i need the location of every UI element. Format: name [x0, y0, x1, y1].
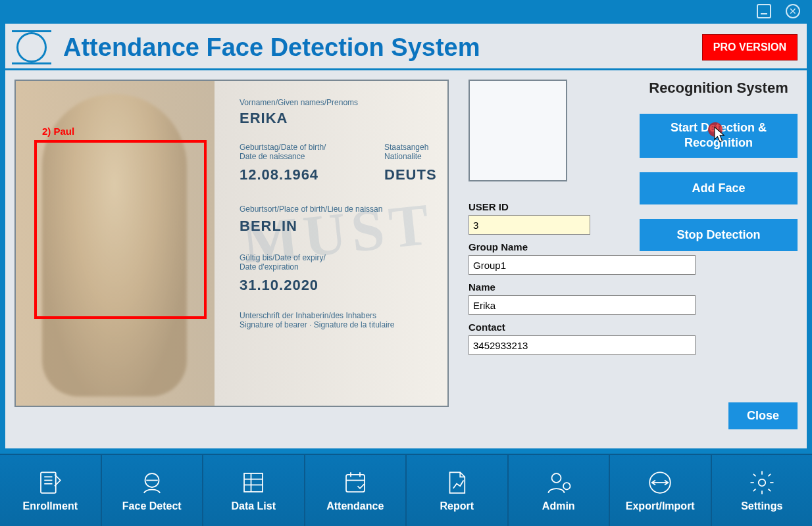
- svg-point-15: [563, 483, 571, 490]
- bottom-nav: Enrollment Face Detect Data List Attenda…: [0, 454, 812, 526]
- admin-icon: [545, 469, 572, 496]
- nav-report[interactable]: Report: [407, 455, 509, 526]
- svg-rect-6: [244, 473, 263, 492]
- export-import-icon: [646, 469, 674, 496]
- id-exp-value: 31.10.2020: [240, 277, 318, 294]
- face-detection-label: 2) Paul: [42, 126, 74, 137]
- recognition-title: Recognition System: [640, 80, 798, 97]
- svg-point-14: [551, 473, 561, 483]
- user-id-label: USER ID: [469, 201, 620, 212]
- enrollment-icon: [36, 469, 64, 496]
- nav-attendance-label: Attendance: [326, 500, 384, 512]
- id-dob-label: Geburtstag/Date of birth/ Date de naissa…: [240, 143, 326, 161]
- svg-rect-0: [41, 472, 56, 493]
- id-watermark: MUST: [239, 189, 437, 277]
- svg-rect-10: [346, 475, 365, 492]
- nav-face-detect[interactable]: Face Detect: [102, 455, 204, 526]
- close-window-icon[interactable]: ✕: [786, 4, 800, 18]
- titlebar: ✕: [0, 0, 812, 22]
- minimize-icon[interactable]: [757, 4, 771, 18]
- group-name-label: Group Name: [469, 241, 620, 252]
- stop-detection-button[interactable]: Stop Detection: [640, 219, 798, 251]
- click-indicator-icon: [708, 122, 723, 137]
- header: Attendance Face Detection System PRO VER…: [5, 24, 807, 70]
- nav-face-detect-label: Face Detect: [122, 500, 182, 512]
- nav-data-list-label: Data List: [231, 500, 276, 512]
- face-detect-icon: [138, 469, 166, 496]
- svg-point-18: [759, 479, 766, 487]
- id-sig-label: Unterschrift der Inhaberin/des Inhabers …: [240, 311, 394, 329]
- nav-settings-label: Settings: [741, 500, 782, 512]
- nav-export-import[interactable]: Export/Import: [610, 455, 712, 526]
- content-area: 2) Paul Vornamen/Given names/Prenoms ERI…: [5, 70, 807, 439]
- camera-preview: 2) Paul Vornamen/Given names/Prenoms ERI…: [14, 80, 449, 407]
- name-label: Name: [469, 281, 620, 293]
- nav-data-list[interactable]: Data List: [203, 455, 305, 526]
- add-face-button[interactable]: Add Face: [640, 172, 798, 204]
- id-given-value: ERIKA: [240, 110, 288, 127]
- app-title: Attendance Face Detection System: [63, 34, 690, 62]
- user-info-column: USER ID Group Name Name Contact: [469, 80, 620, 429]
- attendance-icon: [342, 469, 369, 496]
- app-logo-icon: [12, 30, 51, 64]
- report-icon: [443, 469, 470, 496]
- settings-icon: [748, 469, 776, 496]
- nav-settings[interactable]: Settings: [712, 455, 813, 526]
- face-bounding-box: [34, 140, 207, 319]
- id-nation-value: DEUTS: [384, 166, 437, 183]
- id-nation-label: Staatsangeh Nationalite: [384, 143, 428, 161]
- user-id-field[interactable]: [469, 215, 590, 235]
- nav-enrollment[interactable]: Enrollment: [0, 455, 102, 526]
- nav-admin[interactable]: Admin: [509, 455, 611, 526]
- main-panel: Attendance Face Detection System PRO VER…: [4, 22, 808, 450]
- nav-enrollment-label: Enrollment: [22, 500, 78, 512]
- data-list-icon: [240, 469, 267, 496]
- contact-label: Contact: [469, 322, 620, 333]
- id-given-label: Vornamen/Given names/Prenoms: [240, 98, 358, 107]
- pro-version-button[interactable]: PRO VERSION: [702, 34, 798, 60]
- user-thumbnail: [469, 80, 567, 181]
- nav-admin-label: Admin: [542, 500, 575, 512]
- nav-report-label: Report: [440, 500, 474, 512]
- close-button[interactable]: Close: [728, 402, 798, 429]
- id-dob-value: 12.08.1964: [240, 166, 318, 183]
- nav-export-label: Export/Import: [626, 500, 695, 512]
- nav-attendance[interactable]: Attendance: [305, 455, 407, 526]
